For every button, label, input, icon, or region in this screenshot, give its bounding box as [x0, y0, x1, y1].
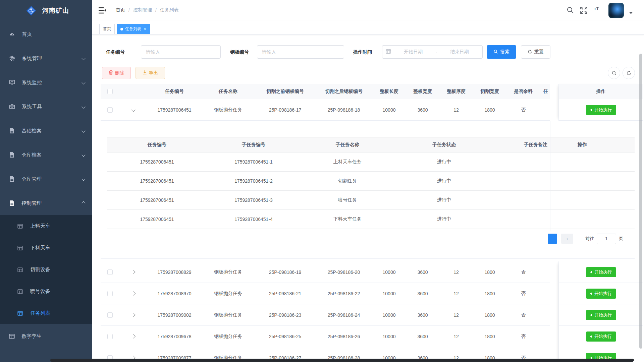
- plate-no-label: 钢板编号: [230, 45, 249, 59]
- table-header-row: 任务编号 任务名称 切割之前钢板编号 切割之后钢板编号 整板长度 整板宽度 整板…: [101, 84, 550, 99]
- start-date-placeholder[interactable]: 开始日期: [394, 49, 433, 55]
- refresh-table-button[interactable]: [623, 67, 635, 79]
- sub-name-cell: 下料天车任务: [301, 216, 394, 222]
- main-area: 首页 / 控制管理 / 任务列表 тT 首页 任务列表 ×: [92, 0, 644, 362]
- sidebar-item-label: 系统工具: [22, 104, 42, 110]
- row-checkbox[interactable]: [107, 312, 113, 318]
- avatar[interactable]: [608, 3, 624, 18]
- cut-width-cell: 1800: [473, 269, 506, 275]
- tag-home[interactable]: 首页: [99, 24, 115, 34]
- task-name-cell: 钢板抛分任务: [201, 269, 255, 275]
- search-icon[interactable]: [566, 6, 574, 15]
- sidebar-item-warehouse-mgmt[interactable]: 仓库管理: [0, 167, 92, 191]
- chevron-down-icon[interactable]: [629, 12, 633, 14]
- length-cell: 10000: [372, 334, 406, 339]
- breadcrumb-control-mgmt[interactable]: 控制管理: [133, 7, 152, 13]
- row-checkbox[interactable]: [107, 291, 113, 296]
- expand-row-icon[interactable]: [131, 291, 136, 296]
- task-no-input[interactable]: [141, 45, 221, 59]
- width-cell: 3600: [406, 107, 439, 113]
- sidebar-collapse-icon[interactable]: [98, 7, 106, 15]
- end-date-placeholder[interactable]: 结束日期: [440, 49, 479, 55]
- document-icon: [9, 200, 15, 206]
- col-header-clipped: 任: [540, 88, 550, 95]
- pager-current-page-button[interactable]: [548, 234, 557, 244]
- thickness-cell: 12: [439, 312, 473, 318]
- expand-row-icon[interactable]: [131, 334, 136, 339]
- start-execute-button[interactable]: 开始执行: [586, 105, 616, 115]
- table-row[interactable]: 1759287008970 钢板抛分任务 25P-098186-21 25P-0…: [101, 283, 550, 304]
- tag-task-list[interactable]: 任务列表 ×: [117, 24, 150, 34]
- start-execute-button[interactable]: 开始执行: [586, 310, 616, 320]
- table-row[interactable]: 1759287008829 钢板抛分任务 25P-098186-19 25P-0…: [101, 261, 550, 283]
- row-checkbox[interactable]: [107, 107, 113, 113]
- caret-left-icon: [590, 335, 592, 338]
- sidebar-item-system-mgmt[interactable]: 系统管理: [0, 46, 92, 70]
- horizontal-scrollbar[interactable]: [50, 359, 634, 362]
- sidebar-item-label: 仓库档案: [21, 152, 42, 158]
- plate-no-input[interactable]: [257, 45, 344, 59]
- sidebar-item-control-mgmt[interactable]: 控制管理: [0, 191, 92, 215]
- sub-col-header: 子任务状态: [394, 142, 494, 148]
- surplus-cell: 否: [506, 107, 540, 113]
- sidebar-item-marking-equipment[interactable]: 喷号设备: [0, 281, 92, 302]
- length-cell: 10000: [372, 312, 406, 318]
- chevron-down-icon: [82, 105, 85, 108]
- table-row[interactable]: 1759287009002 钢板抛分任务 25P-098186-23 25P-0…: [101, 304, 550, 326]
- plate-before-cell: 25P-098186-21: [255, 291, 315, 296]
- sidebar-item-cutting-equipment[interactable]: 切割设备: [0, 259, 92, 281]
- trash-icon: [109, 70, 113, 76]
- sidebar-item-label: 仓库管理: [21, 176, 42, 182]
- start-execute-button[interactable]: 开始执行: [586, 289, 616, 299]
- chevron-down-icon: [82, 177, 85, 181]
- sidebar-item-system-monitor[interactable]: 系统监控: [0, 70, 92, 95]
- task-name-cell: 钢板抛分任务: [201, 334, 255, 340]
- vertical-scrollbar[interactable]: [639, 54, 642, 349]
- row-checkbox[interactable]: [107, 334, 113, 339]
- chevron-down-icon: [82, 80, 85, 84]
- search-button[interactable]: 搜索: [487, 45, 516, 59]
- pager-next-button[interactable]: ›: [561, 234, 573, 244]
- pager-page-input[interactable]: [597, 234, 616, 244]
- font-size-icon[interactable]: тT: [594, 5, 599, 11]
- search-icon: [493, 49, 498, 55]
- table-row[interactable]: 1759287009678 钢板抛分任务 25P-098186-25 25P-0…: [101, 326, 550, 347]
- expanded-subtask-section: 任务编号 子任务编号 子任务名称 子任务状态 子任务备注 操作 17592870…: [101, 121, 635, 259]
- row-checkbox[interactable]: [107, 269, 113, 275]
- date-range-picker[interactable]: 开始日期 - 结束日期: [382, 45, 483, 59]
- expand-row-icon[interactable]: [131, 270, 136, 274]
- sidebar-item-label: 系统监控: [22, 79, 42, 86]
- operation-time-label: 操作时间: [353, 45, 372, 59]
- surplus-cell: 否: [506, 334, 540, 340]
- select-all-checkbox[interactable]: [107, 89, 113, 94]
- export-button[interactable]: 导出: [136, 67, 165, 79]
- expand-row-icon[interactable]: [131, 313, 136, 317]
- task-no-label: 任务编号: [106, 45, 125, 59]
- sidebar-item-digital-twin[interactable]: 数字孪生: [0, 324, 92, 348]
- sidebar-item-home[interactable]: 首页: [0, 22, 92, 46]
- plate-after-cell: 25P-098186-24: [315, 312, 372, 318]
- fullscreen-icon[interactable]: [580, 6, 588, 16]
- sidebar-item-task-list[interactable]: 任务列表: [0, 302, 92, 324]
- breadcrumb-home[interactable]: 首页: [116, 7, 125, 13]
- start-execute-label: 开始执行: [594, 312, 612, 318]
- sidebar-item-base-archive[interactable]: 基础档案: [0, 119, 92, 143]
- start-execute-button[interactable]: 开始执行: [586, 331, 616, 342]
- start-execute-button[interactable]: 开始执行: [586, 267, 616, 277]
- breadcrumb-task-list: 任务列表: [160, 7, 179, 13]
- show-search-toggle-button[interactable]: [608, 67, 620, 79]
- col-header: 任务编号: [148, 88, 201, 95]
- thickness-cell: 12: [439, 291, 473, 296]
- table-row[interactable]: 1759287006451 钢板抛分任务 25P-098186-17 25P-0…: [101, 99, 550, 121]
- task-table: 任务编号 任务名称 切割之前钢板编号 切割之后钢板编号 整板长度 整板宽度 整板…: [101, 84, 635, 362]
- dashboard-icon: [9, 31, 15, 37]
- close-icon[interactable]: ×: [144, 26, 147, 32]
- sidebar-item-system-tools[interactable]: 系统工具: [0, 95, 92, 119]
- sidebar-item-warehouse-archive[interactable]: 仓库档案: [0, 143, 92, 167]
- sidebar-item-unloading-crane[interactable]: 下料天车: [0, 237, 92, 259]
- sidebar-item-loading-crane[interactable]: 上料天车: [0, 215, 92, 237]
- delete-button[interactable]: 删除: [102, 67, 131, 79]
- plate-before-cell: 25P-098186-19: [255, 269, 315, 275]
- reset-button[interactable]: 重置: [521, 45, 550, 59]
- collapse-row-icon[interactable]: [131, 108, 136, 112]
